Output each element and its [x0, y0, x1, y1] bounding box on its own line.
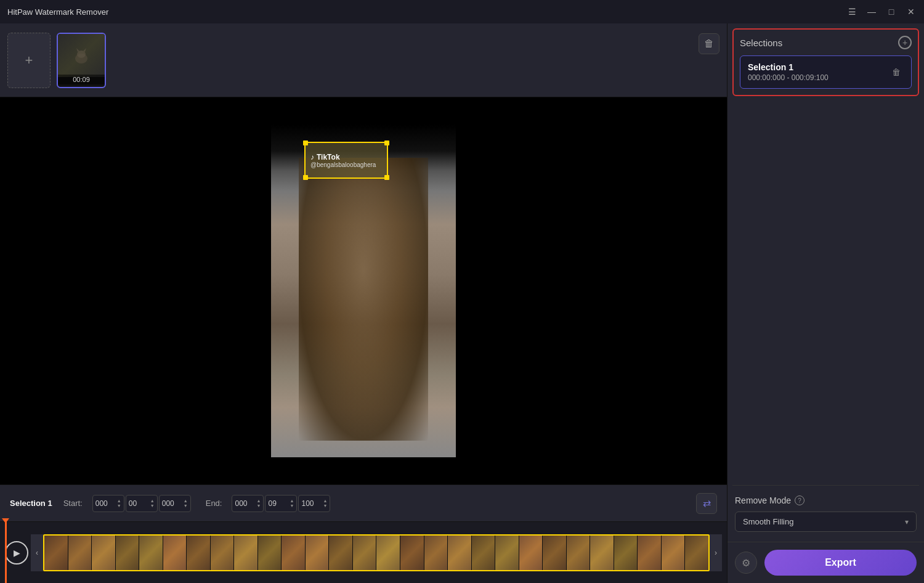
video-preview: ♪ TikTok @bengalsbaloobaghera	[0, 97, 727, 484]
timeline-playhead[interactable]	[5, 518, 7, 583]
end-minutes-arrows: ▲ ▼	[290, 499, 294, 508]
timeline-frame[interactable]	[329, 536, 352, 570]
handle-tl[interactable]	[303, 141, 308, 145]
remove-mode-label: Remove Mode ?	[735, 495, 917, 505]
timeline-frame[interactable]	[495, 536, 519, 570]
timeline-frame[interactable]	[614, 536, 638, 570]
settings-button[interactable]: ⚙	[735, 552, 757, 574]
end-minutes-up[interactable]: ▲	[290, 499, 294, 503]
remove-mode-section: Remove Mode ? Smooth Filling ▾	[727, 486, 924, 542]
timeline-frame[interactable]	[448, 536, 471, 570]
start-seconds-spinner[interactable]: 000 ▲ ▼	[159, 495, 191, 512]
timeline-frame[interactable]	[662, 536, 685, 570]
end-seconds-spinner[interactable]: 100 ▲ ▼	[298, 495, 330, 512]
next-icon: ›	[715, 548, 717, 557]
delete-file-button[interactable]: 🗑	[699, 33, 719, 54]
start-seconds-arrows: ▲ ▼	[184, 499, 188, 508]
loop-button[interactable]: ⇄	[696, 493, 717, 514]
remove-mode-value: Smooth Filling	[743, 517, 793, 526]
handle-bl[interactable]	[303, 175, 308, 180]
timeline-frame[interactable]	[211, 536, 234, 570]
selection-1-delete-button[interactable]: 🗑	[889, 65, 904, 80]
minimize-button[interactable]: —	[866, 6, 877, 17]
svg-marker-2	[76, 48, 79, 52]
maximize-button[interactable]: □	[886, 6, 897, 17]
play-button[interactable]: ▶	[5, 541, 28, 565]
timeline-frame[interactable]	[353, 536, 376, 570]
add-selection-button[interactable]: +	[898, 36, 912, 49]
timeline-frame[interactable]	[116, 536, 139, 570]
timeline-frame[interactable]	[638, 536, 661, 570]
timeline-frame[interactable]	[163, 536, 187, 570]
close-button[interactable]: ✕	[906, 6, 917, 17]
thumbnail-image	[58, 34, 105, 77]
end-minutes-down[interactable]: ▼	[290, 504, 294, 508]
add-file-button[interactable]: +	[7, 33, 51, 88]
start-seconds-up[interactable]: ▲	[184, 499, 188, 503]
timeline-frame[interactable]	[44, 536, 68, 570]
file-thumbnail[interactable]: 00:09	[57, 33, 106, 88]
timeline-frame[interactable]	[472, 536, 495, 570]
timeline-frame[interactable]	[92, 536, 115, 570]
timeline-next-button[interactable]: ›	[710, 534, 722, 571]
right-sidebar: Selections + Selection 1 000:00:000 - 00…	[727, 23, 924, 583]
start-hours-up[interactable]: ▲	[117, 499, 121, 503]
timeline-frame[interactable]	[519, 536, 543, 570]
end-minutes-spinner[interactable]: 09 ▲ ▼	[265, 495, 297, 512]
timeline-frame[interactable]	[282, 536, 305, 570]
start-hours-down[interactable]: ▼	[117, 504, 121, 508]
handle-tr[interactable]	[384, 141, 389, 145]
thumbnail-duration: 00:09	[58, 75, 105, 84]
end-minutes-value: 09	[268, 499, 276, 508]
start-hours-value: 000	[95, 499, 108, 508]
sidebar-bottom: ⚙ Export	[727, 542, 924, 583]
remove-mode-dropdown[interactable]: Smooth Filling ▾	[735, 512, 917, 532]
help-icon[interactable]: ?	[795, 495, 804, 505]
timeline-frame[interactable]	[567, 536, 590, 570]
menu-icon[interactable]: ☰	[846, 6, 857, 17]
timeline-frames[interactable]	[43, 534, 710, 571]
end-hours-down[interactable]: ▼	[257, 504, 261, 508]
video-canvas: ♪ TikTok @bengalsbaloobaghera	[271, 124, 456, 457]
timeline-frame[interactable]	[306, 536, 329, 570]
end-hours-up[interactable]: ▲	[257, 499, 261, 503]
timeline-frame[interactable]	[234, 536, 257, 570]
start-minutes-down[interactable]: ▼	[150, 504, 155, 508]
timeline-prev-button[interactable]: ‹	[31, 534, 43, 571]
timeline-frame[interactable]	[187, 536, 210, 570]
start-hours-spinner[interactable]: 000 ▲ ▼	[92, 495, 124, 512]
timeline-frame[interactable]	[68, 536, 92, 570]
selections-panel: Selections + Selection 1 000:00:000 - 00…	[732, 28, 919, 96]
start-hours-arrows: ▲ ▼	[117, 499, 121, 508]
window-controls: ☰ — □ ✕	[846, 6, 917, 17]
end-hours-spinner[interactable]: 000 ▲ ▼	[232, 495, 264, 512]
watermark-selection-box[interactable]: ♪ TikTok @bengalsbaloobaghera	[304, 142, 388, 179]
end-seconds-up[interactable]: ▲	[323, 499, 328, 503]
add-selection-icon: +	[902, 38, 907, 47]
start-minutes-up[interactable]: ▲	[150, 499, 155, 503]
selection-delete-icon: 🗑	[892, 67, 901, 77]
export-label: Export	[825, 557, 856, 568]
timeline-frame[interactable]	[139, 536, 163, 570]
file-strip: + 00:09 🗑	[0, 23, 727, 97]
svg-point-1	[77, 51, 86, 58]
settings-icon: ⚙	[742, 557, 750, 569]
selection-1-name: Selection 1	[748, 62, 829, 72]
end-seconds-down[interactable]: ▼	[323, 504, 328, 508]
timeline-frame[interactable]	[685, 536, 708, 570]
end-seconds-arrows: ▲ ▼	[323, 499, 328, 508]
start-label: Start:	[63, 499, 83, 508]
start-time-group: 000 ▲ ▼ 00 ▲ ▼ 000 ▲	[92, 495, 191, 512]
timeline-frame[interactable]	[424, 536, 448, 570]
selection-item-1[interactable]: Selection 1 000:00:000 - 000:09:100 🗑	[740, 55, 912, 89]
export-button[interactable]: Export	[764, 550, 917, 576]
handle-br[interactable]	[384, 175, 389, 180]
selections-header: Selections +	[740, 36, 912, 49]
timeline-frame[interactable]	[258, 536, 282, 570]
start-seconds-down[interactable]: ▼	[184, 504, 188, 508]
timeline-frame[interactable]	[543, 536, 566, 570]
start-minutes-spinner[interactable]: 00 ▲ ▼	[126, 495, 158, 512]
timeline-frame[interactable]	[590, 536, 614, 570]
timeline-frame[interactable]	[400, 536, 424, 570]
timeline-frame[interactable]	[376, 536, 400, 570]
